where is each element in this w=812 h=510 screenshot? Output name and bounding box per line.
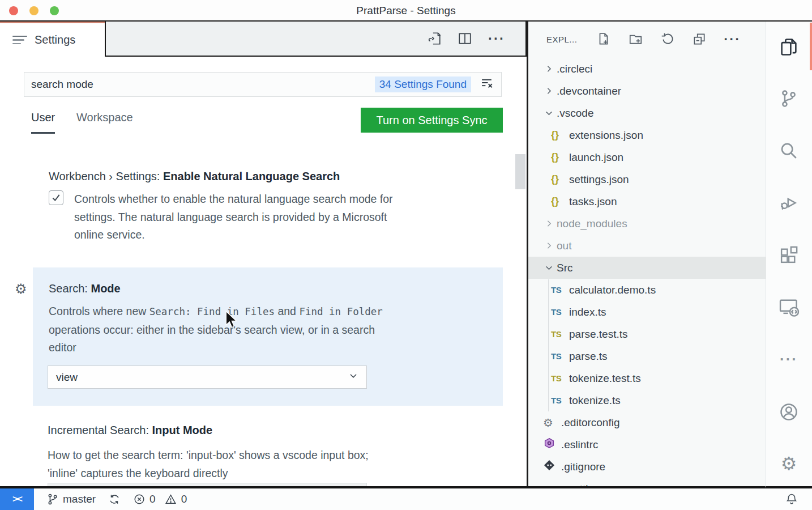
explorer-sidebar: EXPL... ··· .circleci .devcontainer — [528, 22, 766, 486]
setting-description: Controls whether to enable the natural l… — [74, 190, 393, 244]
tree-item-vscode[interactable]: .vscode — [528, 102, 766, 124]
tree-item-node-modules[interactable]: node_modules — [528, 212, 766, 235]
editor-scrollbar[interactable] — [515, 154, 525, 189]
setting-description: Controls where new Search: Find in Files… — [49, 303, 485, 357]
chevron-down-icon — [348, 371, 358, 384]
chevron-right-icon — [544, 86, 555, 96]
errors-count: 0 — [149, 493, 156, 505]
chevron-right-icon — [544, 241, 555, 250]
settings-editor: search mode 34 Settings Found User Works… — [0, 57, 527, 486]
tab-workspace-settings[interactable]: Workspace — [76, 111, 133, 124]
source-control-icon[interactable] — [776, 86, 802, 112]
problems-indicator[interactable]: 0 0 — [133, 493, 187, 505]
setting-gear-icon[interactable]: ⚙ — [15, 282, 27, 296]
typescript-file-icon: TS — [551, 307, 568, 317]
json-file-icon: {} — [551, 173, 568, 185]
remote-explorer-icon[interactable] — [776, 294, 802, 320]
warnings-count: 0 — [181, 493, 187, 505]
typescript-test-file-icon: TS — [551, 373, 568, 383]
window-title: PrattParse - Settings — [0, 5, 812, 17]
tree-item-tokenize-ts[interactable]: TS tokenize.ts — [528, 389, 766, 411]
prettier-file-icon: ≡ — [543, 483, 560, 486]
typescript-file-icon: TS — [551, 396, 568, 405]
chevron-down-icon — [544, 108, 555, 118]
tab-label: Settings — [35, 33, 75, 46]
explorer-title: EXPL... — [546, 35, 577, 44]
tab-settings[interactable]: Settings — [0, 22, 105, 57]
tree-item-parse-test-ts[interactable]: TS parse.test.ts — [528, 323, 766, 345]
explorer-more-actions-icon[interactable]: ··· — [724, 36, 741, 42]
search-icon[interactable] — [776, 138, 802, 164]
tree-item-out[interactable]: out — [528, 235, 766, 257]
explorer-icon[interactable] — [776, 34, 802, 60]
setting-category: Workbench › Settings: — [49, 170, 163, 182]
tree-item-launch-json[interactable]: {} launch.json — [528, 146, 766, 168]
branch-name: master — [63, 493, 96, 505]
activity-bar: ··· ⚙ — [766, 22, 812, 486]
collapse-folders-icon[interactable] — [692, 32, 707, 46]
errors-icon — [133, 493, 146, 505]
extensions-icon[interactable] — [776, 242, 802, 268]
notifications-bell-icon[interactable] — [785, 492, 798, 509]
typescript-file-icon: TS — [551, 285, 568, 295]
activitybar-more-icon[interactable]: ··· — [776, 346, 802, 372]
tree-item-devcontainer[interactable]: .devcontainer — [528, 80, 766, 102]
run-debug-icon[interactable] — [776, 190, 802, 216]
tree-item-extensions-json[interactable]: {} extensions.json — [528, 124, 766, 146]
chevron-down-icon — [544, 263, 555, 273]
setting-name: Mode — [91, 282, 120, 295]
title-bar: PrattParse - Settings — [0, 0, 812, 22]
natural-language-search-checkbox[interactable] — [49, 190, 63, 205]
tree-item-index-ts[interactable]: TS index.ts — [528, 301, 766, 323]
refresh-explorer-icon[interactable] — [660, 32, 675, 46]
tree-indent-guide — [548, 279, 549, 411]
setting-category: Search: — [49, 282, 91, 295]
tree-item-calculator-demo-ts[interactable]: TS calculator.demo.ts — [528, 279, 766, 301]
tab-user-settings[interactable]: User — [31, 111, 55, 134]
more-actions-icon[interactable]: ··· — [488, 36, 505, 41]
setting-description: How to get the search term: 'input-box' … — [48, 447, 369, 482]
chevron-right-icon — [544, 219, 555, 228]
tree-item-prettierrc[interactable]: ≡ .prettierrc — [528, 478, 766, 486]
new-folder-icon[interactable] — [628, 32, 643, 46]
tree-item-parse-ts[interactable]: TS parse.ts — [528, 345, 766, 367]
tree-item-src[interactable]: Src — [528, 257, 766, 279]
mouse-cursor — [224, 311, 239, 332]
setting-name: Input Mode — [152, 424, 213, 436]
manage-gear-icon[interactable]: ⚙ — [776, 450, 802, 477]
active-view-indicator — [810, 23, 812, 70]
tree-item-editorconfig[interactable]: ⚙ .editorconfig — [528, 411, 766, 434]
new-file-icon[interactable] — [596, 32, 611, 46]
tree-item-circleci[interactable]: .circleci — [528, 58, 766, 80]
search-query-text: search mode — [31, 78, 375, 91]
setting-title-incremental-search: Incremental Search: Input Mode — [48, 424, 212, 437]
branch-icon — [46, 493, 59, 505]
tree-item-eslintrc[interactable]: .eslintrc — [528, 434, 766, 456]
tree-item-settings-json[interactable]: {} settings.json — [528, 168, 766, 190]
tree-item-gitignore[interactable]: .gitignore — [528, 456, 766, 478]
search-mode-dropdown[interactable]: view — [48, 366, 367, 389]
eslint-file-icon — [543, 437, 560, 452]
account-icon[interactable] — [776, 399, 802, 425]
open-settings-json-icon[interactable] — [427, 31, 442, 46]
setting-name: Enable Natural Language Search — [163, 170, 340, 182]
status-bar: >< master 0 0 — [0, 488, 812, 510]
branch-indicator[interactable]: master — [46, 493, 96, 505]
settings-search-input[interactable]: search mode 34 Settings Found — [24, 72, 502, 97]
warnings-icon — [164, 493, 177, 505]
clear-filters-icon[interactable] — [480, 77, 494, 92]
turn-on-settings-sync-button[interactable]: Turn on Settings Sync — [361, 108, 503, 133]
tree-item-tasks-json[interactable]: {} tasks.json — [528, 190, 766, 212]
sync-icon — [108, 493, 121, 505]
editor-toolbar: ··· — [105, 22, 527, 57]
tree-item-tokenize-test-ts[interactable]: TS tokenize.test.ts — [528, 367, 766, 389]
sync-changes-button[interactable] — [108, 493, 121, 505]
remote-indicator[interactable]: >< — [0, 488, 34, 510]
split-editor-icon[interactable] — [458, 31, 472, 46]
dropdown-value: view — [56, 371, 78, 384]
typescript-test-file-icon: TS — [551, 329, 568, 339]
vscode-window: PrattParse - Settings Settings ··· searc… — [0, 0, 812, 510]
setting-title-search-mode: Search: Mode — [49, 282, 121, 295]
checkmark-icon — [51, 193, 61, 203]
explorer-header: EXPL... ··· — [528, 22, 766, 57]
